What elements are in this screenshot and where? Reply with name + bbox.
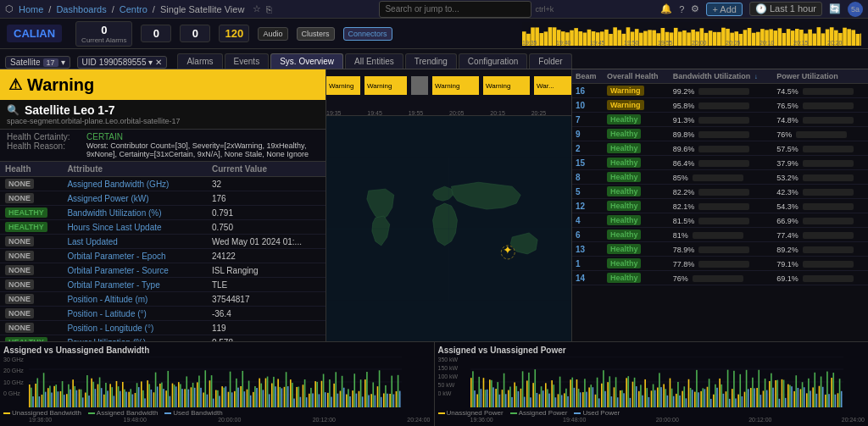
table-row: NONE Position - Latitude (°) -36.4 — [0, 307, 326, 321]
pw-bar — [803, 146, 854, 152]
bw-bar — [698, 160, 749, 167]
top-navigation: ⬡ Home / Dashboards / Centro / Single Sa… — [0, 0, 868, 19]
home-link[interactable]: Home — [19, 4, 43, 14]
table-row: 13 Healthy 78.9% 89.2% — [572, 242, 868, 257]
attribute-link[interactable]: Position - Altitude (m) — [67, 295, 147, 304]
table-row: HEALTHY Power Utilization (%) 0.578 — [0, 335, 326, 342]
attribute-link[interactable]: Last Updated — [67, 237, 118, 246]
tab-alarms[interactable]: Alarms — [177, 53, 222, 69]
pw-bar — [803, 275, 854, 282]
power-legend: Unassigned Power Assigned Power Used Pow… — [438, 409, 865, 417]
bandwidth-chart: Assigned vs Unassigned Bandwidth 30 GHz … — [0, 342, 435, 426]
power-bars — [470, 357, 865, 408]
table-row: NONE Orbital Parameter - Epoch 24122 — [0, 249, 326, 263]
attribute-link[interactable]: Position - Longitude (°) — [67, 324, 153, 333]
timeline-canvas — [522, 22, 861, 46]
tab-events[interactable]: Events — [225, 53, 270, 69]
search-shortcut: ctrl+k — [535, 1, 554, 18]
attribute-link[interactable]: Assigned Bandwidth (GHz) — [67, 180, 169, 189]
refresh-button[interactable]: 🔄 — [829, 3, 841, 14]
search-icon[interactable]: 🔍 — [7, 104, 19, 116]
health-badge: NONE — [5, 279, 34, 290]
bw-bar — [698, 146, 749, 152]
pw-bar — [803, 203, 854, 210]
notification-icon[interactable]: 🔔 — [660, 3, 672, 14]
attribute-link[interactable]: Orbital Parameter - Source — [67, 266, 169, 275]
attribute-link[interactable]: Orbital Parameter - Type — [67, 280, 159, 290]
col-beam: Beam — [572, 69, 604, 84]
pw-bar — [803, 160, 854, 167]
metric-alarms[interactable]: 0 Current Alarms — [75, 21, 132, 47]
bandwidth-chart-canvas — [29, 357, 402, 407]
health-badge: NONE — [5, 236, 34, 246]
close-icon[interactable]: ✕ — [155, 58, 162, 67]
metric-events-2[interactable]: 0 — [180, 25, 210, 42]
bw-bar — [698, 189, 749, 196]
centro-link[interactable]: Centro — [120, 4, 147, 14]
beam-id[interactable]: 7 — [576, 115, 581, 124]
bw-bar — [698, 88, 749, 95]
beam-id[interactable]: 4 — [576, 216, 581, 225]
satellite-tab-group[interactable]: Satellite 17 ▾ — [5, 56, 70, 69]
metric-events-1[interactable]: 0 — [141, 25, 171, 42]
health-badge: HEALTHY — [5, 207, 47, 218]
beam-id[interactable]: 9 — [576, 130, 581, 139]
help-icon[interactable]: ? — [679, 4, 684, 14]
satellite-title-section: 🔍 Satellite Leo 1-7 space-segment.orbita… — [0, 100, 326, 130]
beam-id[interactable]: 10 — [576, 101, 585, 110]
tab-sys-overview[interactable]: Sys. Overview — [270, 53, 343, 69]
satellite-name: Satellite Leo 1-7 — [25, 103, 115, 117]
connectors-button[interactable]: Connectors — [343, 27, 392, 41]
beam-id[interactable]: 2 — [576, 144, 581, 153]
audio-button[interactable]: Audio — [258, 27, 287, 41]
tab-configuration[interactable]: Configuration — [459, 53, 527, 69]
settings-icon[interactable]: ⚙ — [691, 3, 699, 14]
attribute-link[interactable]: Position - Latitude (°) — [67, 309, 147, 318]
beam-id[interactable]: 13 — [576, 245, 585, 254]
add-button[interactable]: + Add — [706, 3, 742, 16]
pw-bar — [803, 174, 854, 181]
global-search[interactable] — [379, 1, 531, 18]
beam-id[interactable]: 6 — [576, 230, 581, 240]
time-range-button[interactable]: 🕐 Last 1 hour — [749, 2, 822, 16]
user-avatar[interactable]: 5a — [848, 2, 863, 17]
beam-id[interactable]: 8 — [576, 173, 581, 182]
beam-health: Healthy — [607, 258, 642, 268]
beam-health: Warning — [607, 86, 644, 96]
beam-id[interactable]: 14 — [576, 274, 585, 283]
beam-id[interactable]: 16 — [576, 86, 585, 96]
table-row: 14 Healthy 76% 69.1% — [572, 271, 868, 285]
table-row: NONE Last Updated Wed May 01 2024 01:... — [0, 235, 326, 249]
beam-id[interactable]: 5 — [576, 187, 581, 196]
attribute-link[interactable]: Assigned Power (kW) — [67, 194, 148, 203]
clusters-button[interactable]: Clusters — [297, 27, 335, 41]
beam-id[interactable]: 1 — [576, 259, 581, 268]
tab-all-entities[interactable]: All Entities — [345, 53, 403, 69]
attribute-link[interactable]: Bandwidth Utilization (%) — [67, 208, 161, 218]
col-power: Power Utilization — [773, 69, 868, 84]
dashboards-link[interactable]: Dashboards — [56, 4, 106, 14]
bw-bar — [698, 246, 749, 253]
pw-bar — [803, 88, 854, 95]
star-icon[interactable]: ☆ — [253, 3, 261, 14]
attribute-link[interactable]: Hours Since Last Update — [67, 223, 161, 232]
health-badge: NONE — [5, 294, 34, 304]
share-icon[interactable]: ⎘ — [266, 4, 272, 14]
sort-arrow[interactable]: ↓ — [754, 73, 758, 80]
table-row: HEALTHY Hours Since Last Update 0.750 — [0, 220, 326, 235]
health-info-section: Health Certainty: CERTAIN Health Reason:… — [0, 130, 326, 162]
tab-trending[interactable]: Trending — [405, 53, 457, 69]
beam-id[interactable]: 15 — [576, 158, 585, 168]
beam-id[interactable]: 12 — [576, 202, 585, 211]
metric-unknown[interactable]: 120 — [219, 25, 249, 42]
top-right-actions: 🔔 ? ⚙ + Add 🕐 Last 1 hour 🔄 5a — [660, 2, 863, 17]
tab-folder[interactable]: Folder — [529, 53, 571, 69]
table-row: 8 Healthy 85% 53.2% — [572, 170, 868, 185]
table-row: 12 Healthy 82.1% 54.3% — [572, 199, 868, 213]
reason-label: Health Reason: — [7, 141, 83, 151]
attribute-link[interactable]: Orbital Parameter - Epoch — [67, 252, 165, 261]
power-chart-title: Assigned vs Unassigned Power — [438, 346, 865, 355]
add-icon: + — [712, 4, 717, 14]
uid-selector[interactable]: UID 1990589555 ▾ ✕ — [77, 56, 168, 69]
beam-health: Healthy — [607, 230, 642, 240]
